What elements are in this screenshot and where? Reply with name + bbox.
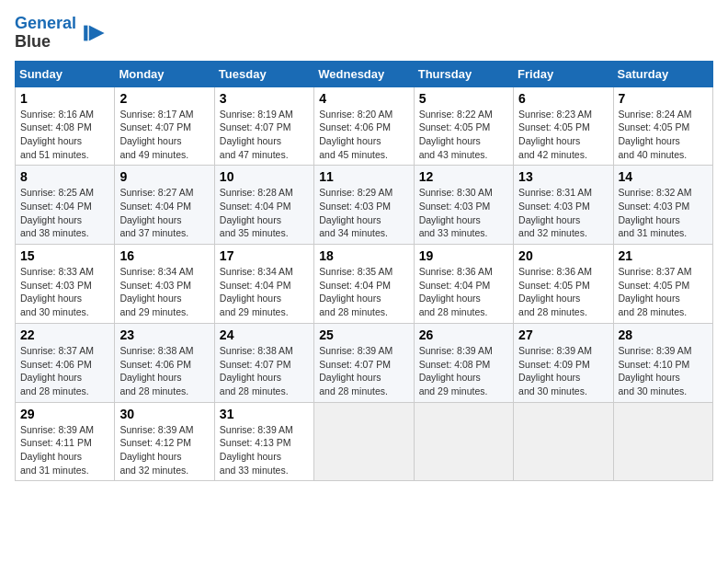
day-cell-12: 12 Sunrise: 8:30 AM Sunset: 4:03 PM Dayl… [414,166,513,245]
day-info: Sunrise: 8:23 AM Sunset: 4:05 PM Dayligh… [518,108,608,162]
weekday-header-tuesday: Tuesday [214,61,313,86]
day-number: 20 [518,248,608,263]
day-info: Sunrise: 8:35 AM Sunset: 4:04 PM Dayligh… [319,265,408,319]
day-number: 7 [619,91,708,106]
day-number: 27 [518,327,608,342]
empty-cell [613,402,712,481]
day-cell-15: 15 Sunrise: 8:33 AM Sunset: 4:03 PM Dayl… [16,245,115,324]
day-info: Sunrise: 8:29 AM Sunset: 4:03 PM Dayligh… [319,186,408,240]
day-cell-18: 18 Sunrise: 8:35 AM Sunset: 4:04 PM Dayl… [314,245,414,324]
day-number: 26 [419,327,508,342]
day-info: Sunrise: 8:38 AM Sunset: 4:06 PM Dayligh… [119,344,209,398]
day-number: 2 [119,91,209,106]
day-number: 29 [20,407,109,421]
day-number: 4 [319,91,408,106]
header: GeneralBlue [15,15,713,52]
day-info: Sunrise: 8:20 AM Sunset: 4:06 PM Dayligh… [319,108,408,162]
logo-icon [80,20,106,46]
day-cell-29: 29 Sunrise: 8:39 AM Sunset: 4:11 PM Dayl… [16,402,115,481]
day-cell-7: 7 Sunrise: 8:24 AM Sunset: 4:05 PM Dayli… [613,86,712,166]
day-info: Sunrise: 8:28 AM Sunset: 4:04 PM Dayligh… [220,186,309,240]
day-info: Sunrise: 8:34 AM Sunset: 4:04 PM Dayligh… [220,265,309,319]
day-cell-24: 24 Sunrise: 8:38 AM Sunset: 4:07 PM Dayl… [214,323,313,402]
day-info: Sunrise: 8:38 AM Sunset: 4:07 PM Dayligh… [220,344,309,398]
day-cell-22: 22 Sunrise: 8:37 AM Sunset: 4:06 PM Dayl… [16,323,115,402]
day-info: Sunrise: 8:36 AM Sunset: 4:05 PM Dayligh… [518,265,608,319]
calendar-week-row: 8 Sunrise: 8:25 AM Sunset: 4:04 PM Dayli… [16,166,713,245]
empty-cell [414,402,513,481]
weekday-header-monday: Monday [115,61,214,86]
day-info: Sunrise: 8:17 AM Sunset: 4:07 PM Dayligh… [119,108,209,162]
day-cell-31: 31 Sunrise: 8:39 AM Sunset: 4:13 PM Dayl… [214,402,313,481]
calendar-week-row: 22 Sunrise: 8:37 AM Sunset: 4:06 PM Dayl… [16,323,713,402]
calendar-body: 1 Sunrise: 8:16 AM Sunset: 4:08 PM Dayli… [16,86,713,481]
day-cell-6: 6 Sunrise: 8:23 AM Sunset: 4:05 PM Dayli… [514,86,613,166]
calendar-week-row: 15 Sunrise: 8:33 AM Sunset: 4:03 PM Dayl… [16,245,713,324]
empty-cell [514,402,613,481]
svg-marker-0 [89,25,105,40]
day-cell-14: 14 Sunrise: 8:32 AM Sunset: 4:03 PM Dayl… [613,166,712,245]
day-number: 5 [419,91,508,106]
day-cell-23: 23 Sunrise: 8:38 AM Sunset: 4:06 PM Dayl… [115,323,214,402]
day-number: 21 [619,248,708,263]
day-info: Sunrise: 8:19 AM Sunset: 4:07 PM Dayligh… [220,108,309,162]
day-number: 9 [119,169,209,184]
weekday-header-thursday: Thursday [414,61,513,86]
day-number: 13 [518,169,608,184]
day-number: 25 [319,327,408,342]
day-info: Sunrise: 8:37 AM Sunset: 4:05 PM Dayligh… [619,265,708,319]
day-number: 31 [220,407,309,421]
day-number: 8 [20,169,109,184]
day-number: 3 [220,91,309,106]
day-number: 6 [518,91,608,106]
day-info: Sunrise: 8:39 AM Sunset: 4:08 PM Dayligh… [419,344,508,398]
day-cell-9: 9 Sunrise: 8:27 AM Sunset: 4:04 PM Dayli… [115,166,214,245]
calendar-week-row: 1 Sunrise: 8:16 AM Sunset: 4:08 PM Dayli… [16,86,713,166]
day-info: Sunrise: 8:16 AM Sunset: 4:08 PM Dayligh… [20,108,109,162]
day-number: 30 [119,407,209,421]
weekday-header-friday: Friday [514,61,613,86]
day-number: 23 [119,327,209,342]
day-number: 15 [20,248,109,263]
day-cell-25: 25 Sunrise: 8:39 AM Sunset: 4:07 PM Dayl… [314,323,414,402]
day-number: 14 [619,169,708,184]
day-info: Sunrise: 8:27 AM Sunset: 4:04 PM Dayligh… [119,186,209,240]
day-number: 18 [319,248,408,263]
day-info: Sunrise: 8:24 AM Sunset: 4:05 PM Dayligh… [619,108,708,162]
day-cell-19: 19 Sunrise: 8:36 AM Sunset: 4:04 PM Dayl… [414,245,513,324]
day-cell-8: 8 Sunrise: 8:25 AM Sunset: 4:04 PM Dayli… [16,166,115,245]
calendar-table: SundayMondayTuesdayWednesdayThursdayFrid… [15,61,713,482]
day-info: Sunrise: 8:25 AM Sunset: 4:04 PM Dayligh… [20,186,109,240]
day-info: Sunrise: 8:37 AM Sunset: 4:06 PM Dayligh… [20,344,109,398]
day-cell-3: 3 Sunrise: 8:19 AM Sunset: 4:07 PM Dayli… [214,86,313,166]
day-info: Sunrise: 8:39 AM Sunset: 4:12 PM Dayligh… [119,423,209,477]
day-number: 28 [619,327,708,342]
day-info: Sunrise: 8:39 AM Sunset: 4:07 PM Dayligh… [319,344,408,398]
day-cell-13: 13 Sunrise: 8:31 AM Sunset: 4:03 PM Dayl… [514,166,613,245]
day-info: Sunrise: 8:39 AM Sunset: 4:09 PM Dayligh… [518,344,608,398]
day-cell-30: 30 Sunrise: 8:39 AM Sunset: 4:12 PM Dayl… [115,402,214,481]
day-cell-2: 2 Sunrise: 8:17 AM Sunset: 4:07 PM Dayli… [115,86,214,166]
day-number: 19 [419,248,508,263]
day-number: 24 [220,327,309,342]
day-info: Sunrise: 8:31 AM Sunset: 4:03 PM Dayligh… [518,186,608,240]
day-number: 10 [220,169,309,184]
empty-cell [314,402,414,481]
day-info: Sunrise: 8:22 AM Sunset: 4:05 PM Dayligh… [419,108,508,162]
day-cell-17: 17 Sunrise: 8:34 AM Sunset: 4:04 PM Dayl… [214,245,313,324]
day-info: Sunrise: 8:39 AM Sunset: 4:11 PM Dayligh… [20,423,109,477]
day-info: Sunrise: 8:34 AM Sunset: 4:03 PM Dayligh… [119,265,209,319]
weekday-header-sunday: Sunday [16,61,115,86]
svg-rect-1 [84,25,87,40]
day-number: 22 [20,327,109,342]
day-cell-27: 27 Sunrise: 8:39 AM Sunset: 4:09 PM Dayl… [514,323,613,402]
day-cell-26: 26 Sunrise: 8:39 AM Sunset: 4:08 PM Dayl… [414,323,513,402]
logo-text: GeneralBlue [15,15,76,52]
day-info: Sunrise: 8:30 AM Sunset: 4:03 PM Dayligh… [419,186,508,240]
day-number: 1 [20,91,109,106]
day-number: 12 [419,169,508,184]
day-cell-28: 28 Sunrise: 8:39 AM Sunset: 4:10 PM Dayl… [613,323,712,402]
day-cell-4: 4 Sunrise: 8:20 AM Sunset: 4:06 PM Dayli… [314,86,414,166]
day-cell-10: 10 Sunrise: 8:28 AM Sunset: 4:04 PM Dayl… [214,166,313,245]
day-cell-1: 1 Sunrise: 8:16 AM Sunset: 4:08 PM Dayli… [16,86,115,166]
